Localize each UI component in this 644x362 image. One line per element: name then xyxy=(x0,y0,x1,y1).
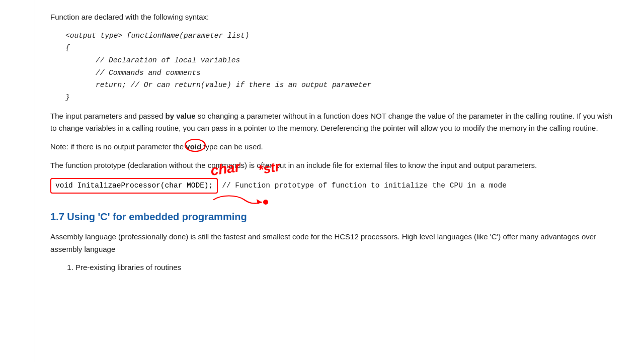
prototype-line: void InitalizaeProcessor(char MODE); // … xyxy=(50,178,616,194)
para1-bold: by value xyxy=(165,112,195,120)
list-item-1: Pre-existing libraries of routines xyxy=(75,261,616,274)
code-line6: } xyxy=(65,92,616,104)
svg-marker-3 xyxy=(257,199,262,204)
para2-after: type can be used. xyxy=(201,142,263,151)
code-line5: return; // Or can return(value) if there… xyxy=(96,79,616,92)
void-text: void xyxy=(186,142,201,151)
main-content: Function are declared with the following… xyxy=(35,0,636,362)
right-margin xyxy=(636,0,644,362)
code-line2: { xyxy=(65,42,616,54)
left-margin xyxy=(0,0,35,362)
prototype-code: void InitalizaeProcessor(char MODE); xyxy=(50,178,218,194)
para1: The input parameters and passed by value… xyxy=(50,110,616,135)
section-heading: 1.7 Using 'C' for embedded programming xyxy=(50,209,616,225)
code-line4: // Commands and comments xyxy=(96,67,616,79)
para1-before: The input parameters and passed xyxy=(50,112,165,120)
section-para: Assembly language (professionally done) … xyxy=(50,231,616,256)
code-line3: // Declaration of local variables xyxy=(96,54,616,67)
prototype-comment: // Function prototype of function to ini… xyxy=(222,180,507,192)
svg-point-4 xyxy=(263,200,268,205)
code-line1: <output type> functionName(parameter lis… xyxy=(65,30,616,42)
syntax-intro: Function are declared with the following… xyxy=(50,11,616,24)
code-block: <output type> functionName(parameter lis… xyxy=(65,30,616,104)
para3: The function prototype (declaration with… xyxy=(50,159,616,172)
para2-before: Note: if there is no output parameter th… xyxy=(50,142,186,151)
para2: Note: if there is no output parameter th… xyxy=(50,141,616,153)
